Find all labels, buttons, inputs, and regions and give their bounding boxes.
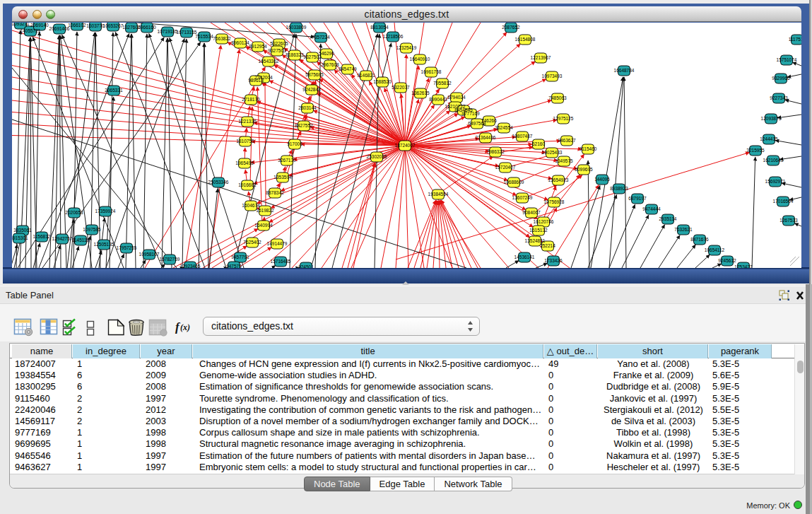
svg-text:6879197: 6879197 — [628, 196, 647, 201]
svg-text:252214: 252214 — [540, 243, 555, 248]
svg-text:20691406: 20691406 — [49, 26, 70, 31]
svg-text:1362615: 1362615 — [411, 90, 430, 95]
svg-text:8813054: 8813054 — [370, 25, 389, 30]
svg-text:1615132: 1615132 — [529, 228, 548, 233]
svg-text:2065331: 2065331 — [105, 88, 123, 93]
svg-text:1097585: 1097585 — [83, 227, 101, 232]
svg-text:14536141: 14536141 — [514, 255, 535, 259]
svg-text:7955812: 7955812 — [433, 81, 452, 86]
svg-text:3267130: 3267130 — [278, 158, 296, 163]
svg-text:2718170: 2718170 — [242, 97, 260, 102]
svg-text:5322605: 5322605 — [270, 41, 288, 46]
svg-text:8912954: 8912954 — [249, 44, 267, 49]
svg-text:12975125: 12975125 — [553, 116, 574, 121]
svg-text:9115460: 9115460 — [579, 146, 597, 151]
svg-text:8938923: 8938923 — [610, 186, 628, 191]
svg-text:16210643: 16210643 — [763, 158, 784, 163]
svg-text:7632621: 7632621 — [674, 227, 693, 232]
svg-text:1145119: 1145119 — [72, 238, 90, 243]
svg-text:1753427: 1753427 — [734, 264, 753, 268]
svg-text:1916682: 1916682 — [238, 182, 257, 187]
svg-text:989613: 989613 — [248, 78, 264, 83]
svg-text:16961758: 16961758 — [421, 69, 442, 74]
svg-text:12923465: 12923465 — [180, 264, 201, 268]
svg-text:6794024: 6794024 — [447, 95, 466, 100]
svg-text:16543362: 16543362 — [259, 59, 279, 64]
svg-text:(x): (x) — [180, 322, 190, 332]
svg-text:1519822: 1519822 — [256, 208, 274, 213]
svg-text:7357224: 7357224 — [312, 35, 330, 40]
svg-text:16033809: 16033809 — [286, 25, 307, 30]
svg-text:1965498: 1965498 — [235, 160, 254, 165]
svg-text:9084067: 9084067 — [522, 210, 541, 215]
svg-text:6966160: 6966160 — [138, 25, 156, 30]
svg-text:13607249: 13607249 — [512, 195, 533, 200]
svg-text:17957255: 17957255 — [117, 245, 137, 250]
svg-text:3835061: 3835061 — [13, 228, 32, 233]
svg-text:10654112: 10654112 — [705, 247, 725, 252]
svg-text:18724007: 18724007 — [395, 143, 416, 148]
svg-text:25053346: 25053346 — [208, 180, 229, 185]
svg-text:10653267: 10653267 — [103, 23, 124, 28]
svg-text:6099695: 6099695 — [575, 167, 593, 172]
svg-text:1267533: 1267533 — [779, 218, 798, 223]
svg-text:1221336: 1221336 — [238, 119, 257, 124]
svg-text:9245612: 9245612 — [718, 258, 736, 263]
svg-text:9474444: 9474444 — [642, 206, 661, 211]
svg-text:12218506: 12218506 — [383, 34, 404, 39]
svg-text:917006: 917006 — [287, 141, 302, 146]
svg-text:15692971: 15692971 — [765, 179, 786, 184]
svg-text:1733426: 1733426 — [544, 258, 563, 263]
svg-text:14055721: 14055721 — [20, 28, 41, 33]
svg-text:15716485: 15716485 — [271, 259, 291, 264]
svg-text:16154808: 16154808 — [515, 37, 536, 42]
svg-text:10756928: 10756928 — [544, 199, 565, 204]
svg-text:9227343: 9227343 — [770, 95, 788, 100]
svg-text:3915301: 3915301 — [12, 235, 28, 240]
svg-text:9457791: 9457791 — [231, 255, 249, 259]
svg-text:1093211: 1093211 — [12, 23, 30, 26]
svg-text:1117512: 1117512 — [789, 37, 801, 42]
svg-text:16782759: 16782759 — [160, 257, 180, 262]
svg-text:17359924: 17359924 — [95, 209, 116, 214]
svg-text:8454749: 8454749 — [339, 66, 357, 71]
svg-text:7515534: 7515534 — [195, 34, 213, 39]
svg-text:16713155: 16713155 — [177, 30, 197, 35]
svg-text:7986322: 7986322 — [486, 149, 505, 154]
svg-text:13524851: 13524851 — [525, 238, 546, 243]
svg-text:9146821: 9146821 — [357, 73, 375, 78]
svg-text:8878342: 8878342 — [266, 190, 284, 195]
svg-text:14914479: 14914479 — [267, 241, 288, 246]
svg-text:9777169: 9777169 — [461, 111, 480, 116]
svg-text:1588520: 1588520 — [373, 79, 392, 84]
svg-text:5322037: 5322037 — [392, 85, 410, 90]
svg-text:2087652: 2087652 — [502, 25, 520, 30]
svg-text:7663822: 7663822 — [213, 36, 231, 41]
svg-text:2935114: 2935114 — [659, 216, 677, 221]
svg-text:1640994: 1640994 — [254, 223, 273, 228]
svg-text:924501: 924501 — [298, 264, 314, 268]
svg-text:10958107: 10958107 — [139, 252, 160, 257]
svg-text:7625402: 7625402 — [243, 240, 261, 245]
svg-text:1604674: 1604674 — [242, 203, 260, 208]
svg-text:3215955: 3215955 — [746, 148, 765, 153]
svg-text:2020653: 2020653 — [65, 210, 83, 215]
svg-text:1353594: 1353594 — [273, 175, 292, 180]
svg-text:9327503: 9327503 — [268, 48, 286, 53]
svg-text:2803144: 2803144 — [298, 105, 317, 110]
svg-text:2967608: 2967608 — [321, 62, 339, 67]
svg-text:25302035: 25302035 — [367, 154, 387, 159]
svg-text:5875685: 5875685 — [305, 72, 324, 77]
svg-text:13654923: 13654923 — [548, 177, 569, 182]
svg-text:12093873: 12093873 — [761, 116, 782, 121]
svg-text:6497568: 6497568 — [468, 121, 486, 126]
svg-text:1349575: 1349575 — [555, 158, 573, 163]
svg-text:9329966: 9329966 — [772, 76, 790, 81]
svg-text:15751074: 15751074 — [777, 57, 797, 62]
svg-text:1603770: 1603770 — [86, 23, 105, 28]
svg-text:10025433: 10025433 — [542, 150, 563, 155]
svg-text:10973493: 10973493 — [542, 74, 563, 78]
svg-text:9463627: 9463627 — [558, 138, 576, 143]
svg-text:21364436: 21364436 — [476, 135, 496, 140]
svg-text:2069140: 2069140 — [30, 23, 49, 28]
